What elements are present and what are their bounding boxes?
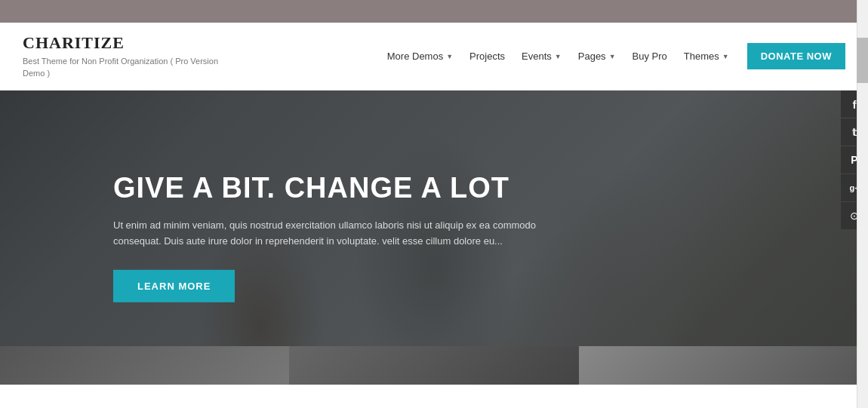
nav-item-projects[interactable]: Projects — [463, 46, 511, 66]
hero-content: GIVE A BIT. CHANGE A LOT Ut enim ad mini… — [113, 173, 536, 302]
nav-item-pages[interactable]: Pages ▼ — [572, 46, 622, 66]
thumbnail-2-bg — [289, 346, 578, 385]
learn-more-button[interactable]: LEARN MORE — [113, 270, 235, 302]
nav-label-projects: Projects — [469, 51, 505, 62]
logo-title: CHARITIZE — [23, 33, 219, 53]
nav-item-buy-pro[interactable]: Buy Pro — [626, 46, 673, 66]
nav-label-more-demos: More Demos — [387, 51, 443, 62]
main-nav: More Demos ▼ Projects Events ▼ Pages ▼ B… — [219, 43, 845, 69]
header: CHARITIZE Best Theme for Non Profit Orga… — [0, 23, 868, 90]
hero-title: GIVE A BIT. CHANGE A LOT — [113, 173, 536, 204]
hero-description: Ut enim ad minim veniam, quis nostrud ex… — [113, 218, 536, 250]
thumbnail-2[interactable] — [289, 346, 578, 385]
facebook-icon: f — [853, 98, 857, 111]
thumbnail-3-bg — [579, 346, 868, 385]
chevron-down-icon: ▼ — [446, 53, 453, 60]
thumbnail-3[interactable] — [579, 346, 868, 385]
chevron-down-icon: ▼ — [609, 53, 616, 60]
hero-section: GIVE A BIT. CHANGE A LOT Ut enim ad mini… — [0, 90, 868, 385]
nav-item-themes[interactable]: Themes ▼ — [678, 46, 735, 66]
chevron-down-icon: ▼ — [722, 53, 729, 60]
nav-label-pages: Pages — [578, 51, 606, 62]
nav-label-themes: Themes — [684, 51, 719, 62]
nav-label-buy-pro: Buy Pro — [633, 51, 667, 62]
logo-subtitle: Best Theme for Non Profit Organization (… — [23, 56, 219, 79]
thumbnail-1-bg — [0, 346, 289, 385]
scrollbar-thumb[interactable] — [857, 38, 868, 83]
scrollbar[interactable] — [857, 0, 868, 408]
chevron-down-icon: ▼ — [555, 53, 562, 60]
logo-area: CHARITIZE Best Theme for Non Profit Orga… — [23, 33, 219, 79]
donate-button[interactable]: DONATE NOW — [747, 43, 845, 69]
top-bar — [0, 0, 868, 23]
nav-item-events[interactable]: Events ▼ — [516, 46, 568, 66]
thumbnail-1[interactable] — [0, 346, 289, 385]
thumbnails-row — [0, 346, 868, 385]
nav-item-more-demos[interactable]: More Demos ▼ — [381, 46, 459, 66]
nav-label-events: Events — [522, 51, 552, 62]
